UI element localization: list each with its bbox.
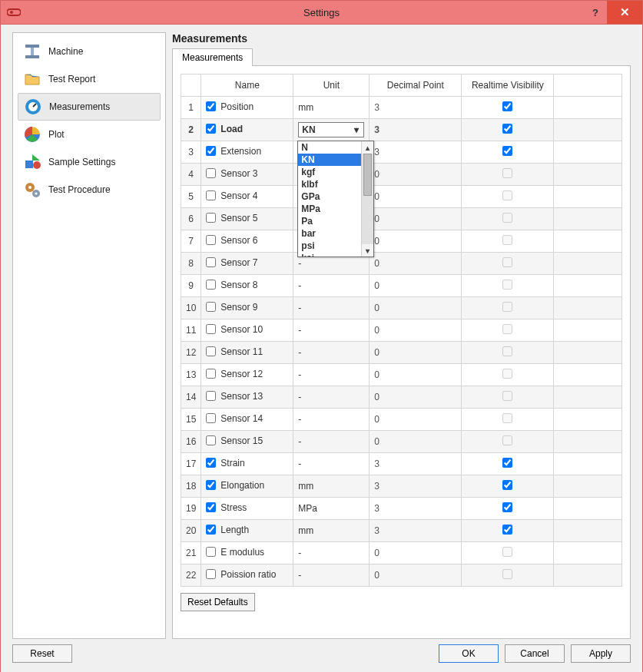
unit-option[interactable]: ksi (298, 252, 361, 257)
decimal-point-cell[interactable]: 3 (370, 475, 462, 498)
tab-measurements[interactable]: Measurements (172, 48, 253, 66)
row-enable-checkbox[interactable] (206, 213, 216, 223)
unit-cell[interactable]: MPa (293, 498, 370, 520)
name-cell[interactable]: Extension (201, 141, 293, 164)
name-cell[interactable]: Length (201, 520, 293, 542)
name-cell[interactable]: E modulus (201, 542, 293, 564)
table-row[interactable]: 4Sensor 30 (181, 164, 622, 186)
scroll-up-icon[interactable]: ▴ (362, 141, 373, 154)
table-row[interactable]: 2LoadKN▾NKNkgfklbfGPaMPaPabarpsiksi▴▾3 (181, 119, 622, 141)
realtime-visibility-cell[interactable] (462, 564, 554, 587)
row-enable-checkbox[interactable] (206, 413, 216, 423)
decimal-point-cell[interactable]: 0 (370, 542, 462, 564)
table-row[interactable]: 21E modulus-0 (181, 542, 622, 564)
ok-button[interactable]: OK (439, 644, 499, 663)
decimal-point-cell[interactable]: 0 (370, 208, 462, 230)
row-enable-checkbox[interactable] (206, 146, 216, 156)
row-enable-checkbox[interactable] (206, 458, 216, 468)
realtime-visibility-checkbox[interactable] (502, 547, 512, 557)
realtime-visibility-checkbox[interactable] (502, 124, 512, 134)
realtime-visibility-checkbox[interactable] (502, 146, 512, 156)
realtime-visibility-cell[interactable] (462, 542, 554, 564)
table-row[interactable]: 12Sensor 11-0 (181, 342, 622, 364)
table-row[interactable]: 10Sensor 9-0 (181, 297, 622, 319)
realtime-visibility-cell[interactable] (462, 97, 554, 119)
decimal-point-cell[interactable]: 3 (370, 141, 462, 164)
name-cell[interactable]: Sensor 3 (201, 164, 293, 186)
unit-cell[interactable]: - (293, 386, 370, 409)
name-cell[interactable]: Stress (201, 498, 293, 520)
table-row[interactable]: 19StressMPa3 (181, 498, 622, 520)
dropdown-scrollbar[interactable]: ▴▾ (361, 141, 373, 257)
name-cell[interactable]: Elongation (201, 475, 293, 498)
realtime-visibility-checkbox[interactable] (502, 569, 512, 579)
name-cell[interactable]: Sensor 13 (201, 386, 293, 409)
unit-cell[interactable]: - (293, 319, 370, 342)
row-enable-checkbox[interactable] (206, 190, 216, 200)
unit-cell[interactable]: mm (293, 520, 370, 542)
table-row[interactable]: 14Sensor 13-0 (181, 386, 622, 409)
name-cell[interactable]: Load (201, 119, 293, 141)
unit-combo[interactable]: KN▾ (298, 122, 364, 137)
name-cell[interactable]: Sensor 10 (201, 319, 293, 342)
realtime-visibility-checkbox[interactable] (502, 302, 512, 312)
table-row[interactable]: 15Sensor 14-0 (181, 409, 622, 431)
unit-cell[interactable]: - (293, 342, 370, 364)
decimal-point-cell[interactable]: 3 (370, 498, 462, 520)
decimal-point-cell[interactable]: 0 (370, 297, 462, 319)
unit-option[interactable]: GPa (298, 190, 361, 203)
realtime-visibility-checkbox[interactable] (502, 346, 512, 356)
realtime-visibility-cell[interactable] (462, 253, 554, 275)
unit-cell[interactable]: - (293, 431, 370, 453)
row-enable-checkbox[interactable] (206, 547, 216, 557)
reset-button[interactable]: Reset (12, 644, 72, 663)
realtime-visibility-checkbox[interactable] (502, 213, 512, 223)
sidebar-item-test-procedure[interactable]: Test Procedure (18, 176, 161, 204)
name-cell[interactable]: Sensor 11 (201, 342, 293, 364)
realtime-visibility-checkbox[interactable] (502, 480, 512, 490)
unit-cell[interactable]: mm (293, 475, 370, 498)
row-enable-checkbox[interactable] (206, 168, 216, 178)
realtime-visibility-checkbox[interactable] (502, 413, 512, 423)
row-enable-checkbox[interactable] (206, 480, 216, 490)
name-cell[interactable]: Sensor 4 (201, 186, 293, 208)
row-enable-checkbox[interactable] (206, 124, 216, 134)
name-cell[interactable]: Sensor 15 (201, 431, 293, 453)
realtime-visibility-cell[interactable] (462, 230, 554, 253)
apply-button[interactable]: Apply (571, 644, 631, 663)
realtime-visibility-checkbox[interactable] (502, 280, 512, 290)
decimal-point-cell[interactable]: 0 (370, 319, 462, 342)
realtime-visibility-cell[interactable] (462, 297, 554, 319)
realtime-visibility-cell[interactable] (462, 186, 554, 208)
row-enable-checkbox[interactable] (206, 280, 216, 290)
name-cell[interactable]: Strain (201, 453, 293, 475)
table-row[interactable]: 18Elongationmm3 (181, 475, 622, 498)
unit-cell[interactable]: - (293, 409, 370, 431)
realtime-visibility-checkbox[interactable] (502, 369, 512, 379)
table-row[interactable]: 5Sensor 40 (181, 186, 622, 208)
row-enable-checkbox[interactable] (206, 346, 216, 356)
unit-cell[interactable]: - (293, 453, 370, 475)
unit-cell[interactable]: - (293, 275, 370, 297)
decimal-point-cell[interactable]: 0 (370, 230, 462, 253)
decimal-point-cell[interactable]: 0 (370, 409, 462, 431)
row-enable-checkbox[interactable] (206, 369, 216, 379)
sidebar-item-sample-settings[interactable]: Sample Settings (18, 148, 161, 176)
unit-option[interactable]: Pa (298, 215, 361, 227)
name-cell[interactable]: Sensor 9 (201, 297, 293, 319)
realtime-visibility-checkbox[interactable] (502, 458, 512, 468)
col-name[interactable]: Name (201, 74, 293, 97)
help-button[interactable]: ? (584, 1, 607, 24)
realtime-visibility-cell[interactable] (462, 208, 554, 230)
table-row[interactable]: 22Poission ratio-0 (181, 564, 622, 587)
decimal-point-cell[interactable]: 0 (370, 431, 462, 453)
realtime-visibility-cell[interactable] (462, 141, 554, 164)
row-enable-checkbox[interactable] (206, 435, 216, 445)
unit-option[interactable]: MPa (298, 203, 361, 215)
scroll-track[interactable] (362, 154, 373, 244)
close-button[interactable]: ✕ (607, 1, 642, 24)
realtime-visibility-checkbox[interactable] (502, 502, 512, 512)
unit-cell[interactable]: KN▾NKNkgfklbfGPaMPaPabarpsiksi▴▾ (293, 119, 370, 141)
col-rv[interactable]: Realtime Visibility (462, 74, 554, 97)
decimal-point-cell[interactable]: 3 (370, 119, 462, 141)
